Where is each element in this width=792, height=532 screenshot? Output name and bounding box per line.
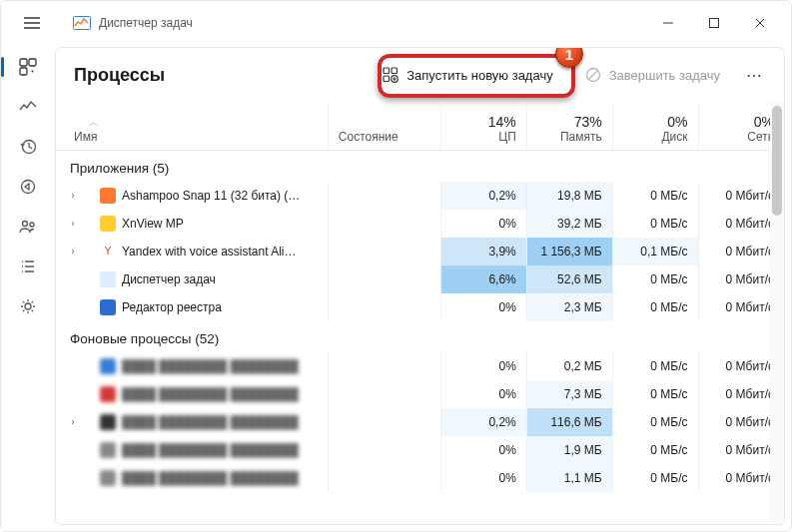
more-button[interactable]: ⋯ xyxy=(738,60,772,90)
group-header[interactable]: Фоновые процессы (52) xyxy=(56,321,784,352)
metric-mem: 19,8 МБ xyxy=(526,182,612,210)
content-pane: Процессы Запустить новую задачу Завершит… xyxy=(55,47,785,525)
nav-startup[interactable] xyxy=(8,169,48,205)
svg-rect-3 xyxy=(29,59,36,66)
nav-history[interactable] xyxy=(8,129,48,165)
metric-disk: 0 МБ/с xyxy=(612,380,698,408)
metric-mem: 39,2 МБ xyxy=(526,210,612,238)
process-state xyxy=(328,182,440,210)
metric-mem: 52,6 МБ xyxy=(526,266,612,293)
vertical-scrollbar[interactable] xyxy=(770,102,784,524)
expand-chevron-icon[interactable]: › xyxy=(66,246,80,257)
process-state xyxy=(328,436,440,464)
expand-chevron-icon[interactable]: › xyxy=(66,190,80,201)
toolbar: Процессы Запустить новую задачу Завершит… xyxy=(56,48,784,102)
process-state xyxy=(328,266,440,293)
metric-disk: 0 МБ/с xyxy=(612,182,698,210)
app-icon xyxy=(73,16,91,30)
titlebar: Диспетчер задач xyxy=(1,1,791,45)
process-table-wrap: ︿ Имя Состояние 14%ЦП 73%Память 0%Диск 0… xyxy=(56,102,784,524)
metric-disk: 0,1 МБ/с xyxy=(612,238,698,266)
app-icon xyxy=(100,414,116,430)
scroll-thumb[interactable] xyxy=(772,106,782,216)
close-button[interactable] xyxy=(737,8,783,38)
col-state[interactable]: Состояние xyxy=(328,102,440,150)
maximize-button[interactable] xyxy=(691,8,737,38)
end-task-label: Завершить задачу xyxy=(609,68,720,83)
table-row[interactable]: ›YYandex with voice assistant Ali…3,9%1 … xyxy=(56,238,784,266)
app-icon xyxy=(100,271,116,287)
svg-rect-12 xyxy=(392,68,397,74)
metric-cpu: 0% xyxy=(440,293,526,321)
metric-disk: 0 МБ/с xyxy=(612,408,698,436)
metric-disk: 0 МБ/с xyxy=(612,210,698,238)
svg-rect-4 xyxy=(20,68,27,75)
metric-cpu: 0% xyxy=(440,464,526,492)
metric-disk: 0 МБ/с xyxy=(612,352,698,380)
expand-chevron-icon[interactable]: › xyxy=(66,218,80,229)
menu-button[interactable] xyxy=(15,6,49,40)
table-row[interactable]: ████ ████████ ████████0%7,3 МБ0 МБ/с0 Мб… xyxy=(56,380,784,408)
table-row[interactable]: ████ ████████ ████████0%1,9 МБ0 МБ/с0 Мб… xyxy=(56,436,784,464)
metric-disk: 0 МБ/с xyxy=(612,293,698,321)
table-row[interactable]: ████ ████████ ████████0%1,1 МБ0 МБ/с0 Мб… xyxy=(56,464,784,492)
table-row[interactable]: ›████ ████████ ████████0,2%116,6 МБ0 МБ/… xyxy=(56,408,784,436)
metric-cpu: 3,9% xyxy=(440,238,526,266)
process-state xyxy=(328,464,440,492)
col-cpu[interactable]: 14%ЦП xyxy=(440,102,526,150)
col-name[interactable]: ︿ Имя xyxy=(56,102,328,150)
app-icon xyxy=(100,358,116,374)
nav-processes[interactable] xyxy=(8,49,48,85)
page-title: Процессы xyxy=(74,65,165,86)
process-name: ████ ████████ ████████ xyxy=(122,443,299,457)
table-row[interactable]: ›XnView MP0%39,2 МБ0 МБ/с0 Мбит/с xyxy=(56,210,784,238)
table-row[interactable]: Диспетчер задач6,6%52,6 МБ0 МБ/с0 Мбит/с xyxy=(56,266,784,293)
process-state xyxy=(328,293,440,321)
metric-cpu: 0,2% xyxy=(440,182,526,210)
svg-point-7 xyxy=(22,181,35,194)
metric-cpu: 0,2% xyxy=(440,408,526,436)
process-state xyxy=(328,408,440,436)
run-new-task-button[interactable]: Запустить новую задачу xyxy=(369,61,566,89)
process-state xyxy=(328,380,440,408)
app-icon xyxy=(100,470,116,486)
table-row[interactable]: ████ ████████ ████████0%0,2 МБ0 МБ/с0 Мб… xyxy=(56,352,784,380)
nav-services[interactable] xyxy=(8,288,48,324)
app-icon xyxy=(100,188,116,204)
metric-mem: 1,9 МБ xyxy=(526,436,612,464)
table-row[interactable]: ›Ashampoo Snap 11 (32 бита) (…0,2%19,8 М… xyxy=(56,182,784,210)
process-name: ████ ████████ ████████ xyxy=(122,387,299,401)
sidebar xyxy=(1,45,55,531)
svg-rect-2 xyxy=(20,59,27,66)
svg-rect-13 xyxy=(384,76,390,82)
process-name: Ashampoo Snap 11 (32 бита) (… xyxy=(122,189,300,203)
process-state xyxy=(328,210,440,238)
run-task-icon xyxy=(383,67,398,83)
col-disk[interactable]: 0%Диск xyxy=(612,102,698,150)
process-name: ████ ████████ ████████ xyxy=(122,415,299,429)
run-new-task-label: Запустить новую задачу xyxy=(406,68,552,83)
metric-cpu: 0% xyxy=(440,352,526,380)
nav-details[interactable] xyxy=(8,249,48,284)
app-icon: Y xyxy=(100,244,116,260)
metric-mem: 1 156,3 МБ xyxy=(526,238,612,266)
end-task-button: Завершить задачу xyxy=(573,61,732,89)
col-memory[interactable]: 73%Память xyxy=(526,102,612,150)
metric-mem: 7,3 МБ xyxy=(526,380,612,408)
metric-cpu: 0% xyxy=(440,380,526,408)
nav-users[interactable] xyxy=(8,209,48,245)
metric-mem: 1,1 МБ xyxy=(526,464,612,492)
expand-chevron-icon[interactable]: › xyxy=(66,416,80,427)
metric-cpu: 0% xyxy=(440,436,526,464)
metric-mem: 2,3 МБ xyxy=(526,293,612,321)
table-row[interactable]: Редактор реестра0%2,3 МБ0 МБ/с0 Мбит/с xyxy=(56,293,784,321)
sort-indicator-icon: ︿ xyxy=(74,116,114,130)
group-header[interactable]: Приложения (5) xyxy=(56,150,784,182)
metric-disk: 0 МБ/с xyxy=(612,266,698,293)
minimize-button[interactable] xyxy=(645,8,691,38)
nav-performance[interactable] xyxy=(8,89,48,125)
process-state xyxy=(328,238,440,266)
svg-point-10 xyxy=(25,303,31,309)
metric-cpu: 6,6% xyxy=(440,266,526,293)
svg-point-8 xyxy=(23,222,28,227)
